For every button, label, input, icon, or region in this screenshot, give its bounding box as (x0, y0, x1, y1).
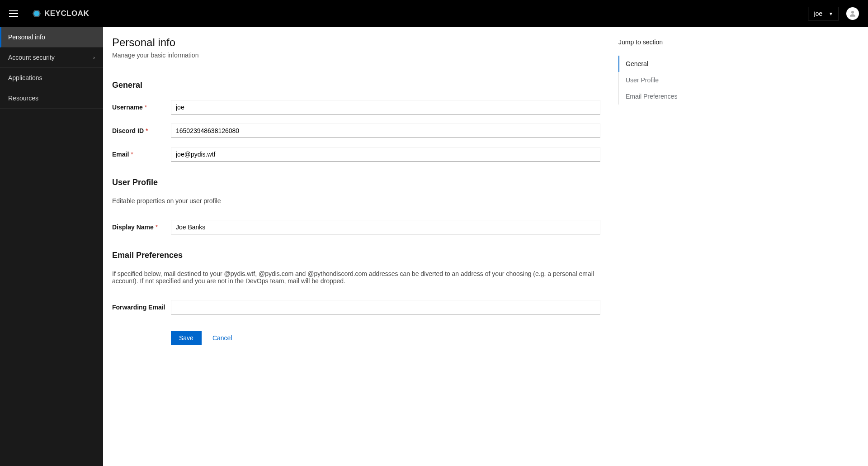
actions: Save Cancel (171, 331, 600, 345)
header-right: joe ▼ (808, 7, 859, 20)
hamburger-icon[interactable] (9, 10, 18, 17)
jump-nav-item-user-profile[interactable]: User Profile (618, 72, 709, 88)
label-display-name: Display Name* (112, 223, 171, 231)
content: Personal info Manage your basic informat… (112, 36, 600, 457)
section-desc: If specified below, mail destined to you… (112, 270, 600, 285)
header: KEYCLOAK joe ▼ (0, 0, 868, 27)
sidebar-item-label: Personal info (8, 33, 45, 41)
page-title: Personal info (112, 36, 600, 49)
user-label: joe (814, 10, 822, 17)
cancel-button[interactable]: Cancel (212, 334, 232, 342)
discord-id-input[interactable] (171, 124, 600, 138)
section-desc: Editable properties on your user profile (112, 197, 600, 204)
label-forwarding-email: Forwarding Email (112, 304, 171, 311)
avatar[interactable] (846, 7, 859, 20)
display-name-input[interactable] (171, 220, 600, 234)
user-dropdown[interactable]: joe ▼ (808, 7, 839, 20)
form-row-discord-id: Discord ID* (112, 124, 600, 138)
container: Personal info Account security › Applica… (0, 27, 868, 466)
label-email: Email* (112, 151, 171, 158)
section-general: General Username* Discord ID* Email* (112, 81, 600, 162)
header-left: KEYCLOAK (9, 9, 89, 19)
jump-nav-item-general[interactable]: General (618, 56, 709, 72)
page-subtitle: Manage your basic information (112, 52, 600, 59)
caret-down-icon: ▼ (829, 11, 833, 16)
label-discord-id: Discord ID* (112, 127, 171, 134)
jump-nav: Jump to section General User Profile Ema… (618, 36, 709, 457)
section-email-preferences: Email Preferences If specified below, ma… (112, 251, 600, 314)
main: Personal info Manage your basic informat… (103, 27, 868, 466)
chevron-right-icon: › (93, 55, 95, 60)
section-title: General (112, 81, 600, 90)
sidebar-item-resources[interactable]: Resources (0, 88, 103, 109)
user-icon (849, 10, 857, 18)
sidebar-item-personal-info[interactable]: Personal info (0, 27, 103, 48)
label-username: Username* (112, 104, 171, 111)
jump-nav-item-email-preferences[interactable]: Email Preferences (618, 88, 709, 105)
section-title: User Profile (112, 178, 600, 187)
forwarding-email-input[interactable] (171, 300, 600, 314)
email-input[interactable] (171, 147, 600, 162)
section-title: Email Preferences (112, 251, 600, 260)
sidebar-item-label: Account security (8, 54, 55, 61)
sidebar-item-label: Applications (8, 74, 42, 81)
form-row-email: Email* (112, 147, 600, 162)
sidebar-item-label: Resources (8, 95, 38, 102)
username-input[interactable] (171, 100, 600, 114)
svg-point-2 (851, 11, 854, 14)
sidebar-item-account-security[interactable]: Account security › (0, 48, 103, 68)
form-row-forwarding-email: Forwarding Email (112, 300, 600, 314)
section-user-profile: User Profile Editable properties on your… (112, 178, 600, 234)
logo-icon (32, 9, 42, 19)
jump-nav-title: Jump to section (618, 38, 709, 46)
sidebar-item-applications[interactable]: Applications (0, 68, 103, 88)
form-row-username: Username* (112, 100, 600, 114)
sidebar: Personal info Account security › Applica… (0, 27, 103, 466)
logo[interactable]: KEYCLOAK (32, 9, 89, 19)
save-button[interactable]: Save (171, 331, 202, 345)
jump-nav-list: General User Profile Email Preferences (618, 56, 709, 105)
logo-text: KEYCLOAK (44, 9, 89, 18)
form-row-display-name: Display Name* (112, 220, 600, 234)
